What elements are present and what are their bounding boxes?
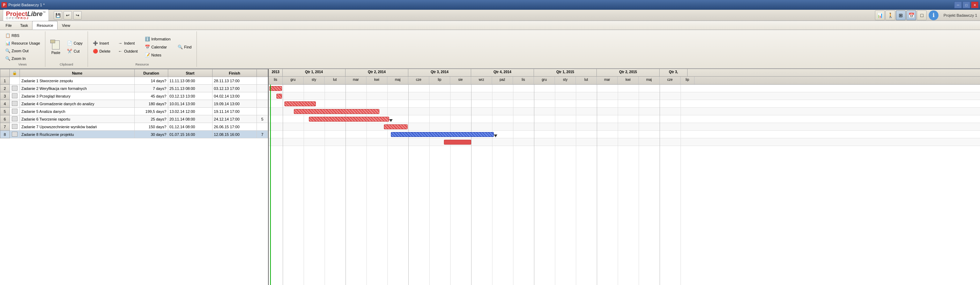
task-table: 🔒 Name Duration Start Finish 1 Zadanie 1… <box>0 69 268 138</box>
insert-button[interactable]: ➕ Insert <box>91 40 113 47</box>
row-num-6: 6 <box>0 115 10 123</box>
task-icon-cell-5 <box>10 108 20 115</box>
month-mar1: mar <box>345 77 366 84</box>
view-chart-button[interactable]: 📊 <box>875 11 885 20</box>
menu-file[interactable]: File <box>2 21 16 30</box>
task-duration-2: 7 days? <box>135 85 168 92</box>
clipboard-label: Clipboard <box>60 63 73 66</box>
gantt-grid-line <box>534 85 535 285</box>
view-extra-button[interactable]: □ <box>917 11 927 20</box>
notes-button[interactable]: 📝 Notes <box>143 52 173 59</box>
month-lis2: lis <box>513 77 534 84</box>
col-name: Name <box>20 69 135 77</box>
gantt-bar-1 <box>277 94 282 98</box>
task-name-8: Zadanie 8 Rozliczenie projektu <box>20 131 135 138</box>
menu-task[interactable]: Task <box>16 21 32 30</box>
rbs-button[interactable]: 📋 RBS <box>3 32 22 39</box>
gantt-row <box>269 92 980 100</box>
task-icon-cell-4 <box>10 100 20 108</box>
indent-button[interactable]: → Indent <box>115 40 140 47</box>
app-icon: P <box>2 2 7 8</box>
period-qtr3: Qtr 3, <box>660 69 687 76</box>
app-logo: ProjectLibre™ OPENPROJ <box>3 10 49 21</box>
task-note-2 <box>257 85 268 92</box>
close-button[interactable]: ✕ <box>971 2 978 8</box>
zoom-in-label: Zoom In <box>11 57 25 61</box>
menu-resource[interactable]: Resource <box>32 21 57 30</box>
gantt-header-bottom: lis gru sty lut mar kwi maj cze lip sie … <box>269 77 980 84</box>
table-row[interactable]: 5 Zadanie 5 Analiza danych 199,5 days? 1… <box>0 108 268 115</box>
find-button[interactable]: 🔍 Find <box>175 44 194 51</box>
gantt-grid-line <box>555 85 555 285</box>
month-lut2: lut <box>576 77 597 84</box>
row-num-2: 2 <box>0 85 10 92</box>
qa-redo-button[interactable]: ↪ <box>73 11 82 19</box>
delete-button[interactable]: 🔴 Delete <box>91 48 113 55</box>
table-row[interactable]: 7 Zadanie 7 Upowszechnienie wyników bada… <box>0 123 268 131</box>
view-resource-button[interactable]: 🚶 <box>885 11 895 20</box>
period-qtr2-2015: Qtr 2, 2015 <box>597 69 660 76</box>
month-wrz1: wrz <box>471 77 492 84</box>
view-table-button[interactable]: ⊞ <box>896 11 906 20</box>
calendar-button[interactable]: 📅 Calendar <box>143 44 173 51</box>
clipboard-content: Paste 📄 Copy ✂️ Cut <box>48 32 85 62</box>
resource-usage-button[interactable]: 📊 Resource Usage <box>3 40 42 47</box>
logo-tm: ™ <box>43 11 46 14</box>
row-num-1: 1 <box>0 77 10 85</box>
task-duration-7: 150 days? <box>135 123 168 131</box>
outdent-icon: ← <box>117 48 123 54</box>
copy-label: Copy <box>74 41 83 45</box>
find-label: Find <box>184 45 192 49</box>
gantt-row <box>269 100 980 108</box>
zoom-in-button[interactable]: 🔍 Zoom In <box>3 55 27 62</box>
cut-button[interactable]: ✂️ Cut <box>65 48 85 55</box>
find-container: 🔍 Find <box>175 44 194 51</box>
month-cze2: cze <box>660 77 681 84</box>
month-lis1: lis <box>269 77 283 84</box>
task-finish-6: 24.12.14 17:00 <box>212 115 256 123</box>
help-button[interactable]: ℹ <box>929 11 939 20</box>
col-finish: Finish <box>212 69 256 77</box>
task-icon-cell-8 <box>10 131 20 138</box>
cut-icon: ✂️ <box>67 48 73 54</box>
gantt-grid-line <box>325 85 325 285</box>
view-gantt-button[interactable]: 📅 <box>906 11 916 20</box>
menu-view[interactable]: View <box>57 21 74 30</box>
indent-outdent-container: → Indent ← Outdent <box>115 40 140 55</box>
menu-bar: File Task Resource View <box>0 21 980 30</box>
table-row[interactable]: 2 Zadanie 2 Weryfikacja ram formalnych 7… <box>0 85 268 92</box>
table-row[interactable]: 4 Zadanie 4 Gromadzenie danych do analiz… <box>0 100 268 108</box>
month-gru1: gru <box>283 77 304 84</box>
table-row[interactable]: 1 Zadanie 1 Stworzenie zespołu 14 days? … <box>0 77 268 85</box>
task-icon-7 <box>12 124 18 129</box>
task-name-2: Zadanie 2 Weryfikacja ram formalnych <box>20 85 135 92</box>
resource-label: Resource <box>135 63 149 66</box>
information-label: Information <box>151 37 171 41</box>
gantt-grid-line <box>576 85 576 285</box>
gantt-grid-line <box>471 85 471 285</box>
views-row4: 🔍 Zoom In <box>3 55 42 62</box>
row-num-3: 3 <box>0 92 10 100</box>
maximize-button[interactable]: □ <box>963 2 970 8</box>
outdent-button[interactable]: ← Outdent <box>115 48 140 55</box>
qa-save-button[interactable]: 💾 <box>54 11 62 19</box>
table-row[interactable]: 3 Zadanie 3 Przegląd literatury 45 days?… <box>0 92 268 100</box>
zoom-out-button[interactable]: 🔍 Zoom Out <box>3 48 31 54</box>
minimize-button[interactable]: ─ <box>954 2 962 8</box>
paste-button[interactable]: Paste <box>48 38 64 56</box>
table-header-row: 🔒 Name Duration Start Finish <box>0 69 268 77</box>
paste-label: Paste <box>51 51 60 55</box>
month-kwi1: kwi <box>366 77 387 84</box>
zoom-in-icon: 🔍 <box>5 56 11 61</box>
table-row[interactable]: 6 Zadanie 6 Tworzenie raportu 25 days? 2… <box>0 115 268 123</box>
period-qtr1-2014: Qtr 1, 2014 <box>283 69 345 76</box>
period-qtr1-2015: Qtr 1, 2015 <box>534 69 597 76</box>
information-button[interactable]: ℹ️ Information <box>143 36 173 43</box>
gantt-grid-line <box>283 85 283 285</box>
row-num-4: 4 <box>0 100 10 108</box>
table-row[interactable]: 8 Zadanie 8 Rozliczenie projektu 30 days… <box>0 131 268 138</box>
title-bar-left: P Projekt Badawczy 1 * <box>2 2 45 8</box>
qa-undo-button[interactable]: ↩ <box>64 11 72 19</box>
copy-button[interactable]: 📄 Copy <box>65 40 85 47</box>
row-num-7: 7 <box>0 123 10 131</box>
